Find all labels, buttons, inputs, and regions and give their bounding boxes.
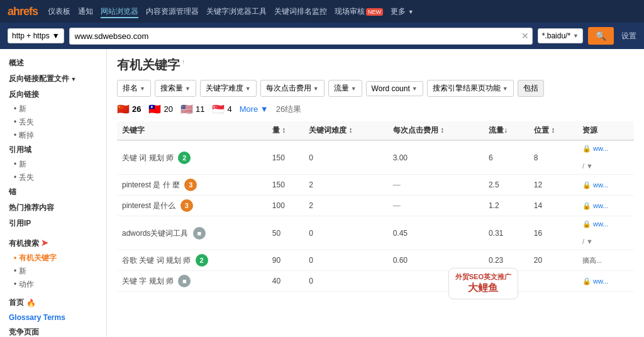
filter-cpc[interactable]: 每次点击费用 ▼ <box>260 80 325 97</box>
position-cell <box>529 271 577 292</box>
col-position[interactable]: 位置 ↕ <box>529 121 577 140</box>
sidebar-item-popular-content[interactable]: 热门推荐内容 <box>0 200 106 216</box>
keyword-cell[interactable]: pinterest 是 什 麼 3 <box>117 175 267 196</box>
wildcard-select[interactable]: *.baidu/* ▼ <box>538 28 583 43</box>
nav-item-content[interactable]: 内容资源管理器 <box>146 6 199 17</box>
sidebar-item-organic-search[interactable]: 有机搜索 ➤ <box>0 235 106 251</box>
sidebar-item-backlinks-new[interactable]: 新 <box>0 102 106 116</box>
logo[interactable]: ahrefs <box>8 5 38 18</box>
keyword-cell[interactable]: 关键 词 规划 师 2 <box>117 140 267 175</box>
search-button[interactable]: 🔍 <box>588 27 614 45</box>
sidebar-item-anchor[interactable]: 锚 <box>0 184 106 200</box>
nav-item-site-audit[interactable]: 现场审核NEW <box>335 6 383 17</box>
new-badge: NEW <box>366 8 383 16</box>
page-title: 有机关键字 ↑ <box>117 57 634 74</box>
flag-sg[interactable]: 🇸🇬 4 <box>212 103 231 115</box>
resource-cell: 🔒 ww... <box>577 271 634 292</box>
table-row: pinterest 是什么 3 100 2 — 1.2 14 🔒 ww... <box>117 196 634 216</box>
filter-rank[interactable]: 排名 ▼ <box>117 80 151 97</box>
volume-cell: 100 <box>267 196 304 216</box>
sidebar-item-ref-lost[interactable]: 丢失 <box>0 171 106 184</box>
col-volume[interactable]: 量 ↕ <box>267 121 304 140</box>
sidebar: 概述 反向链接配置文件 反向链接 新 丢失 断掉 引用域 新 丢失 锚 热门推荐… <box>0 49 107 337</box>
tw-count: 20 <box>164 104 172 114</box>
lock-icon[interactable]: 🔒 ww... <box>582 277 629 285</box>
filter-word-count[interactable]: Word count ▼ <box>366 81 423 96</box>
nav-item-keywords[interactable]: 关键字浏览器工具 <box>206 6 267 17</box>
col-cpc[interactable]: 每次点击费用 ↕ <box>388 121 484 140</box>
kd-cell: 0 <box>304 271 387 292</box>
filter-include[interactable]: 包括 <box>518 80 544 97</box>
sidebar-item-ref-domains[interactable]: 引用域 <box>0 142 106 158</box>
cpc-cell: — <box>388 196 484 216</box>
volume-cell: 90 <box>267 250 304 271</box>
sidebar-item-backlinks[interactable]: 反向链接 <box>0 87 106 102</box>
lock-icon[interactable]: 🔒 ww... <box>582 220 629 228</box>
position-cell: 20 <box>529 250 577 271</box>
diff-badge: ■ <box>193 227 206 240</box>
nav-item-site-explorer[interactable]: 网站浏览器 <box>101 6 138 17</box>
nav-item-more[interactable]: 更多 ▼ <box>391 6 414 17</box>
filter-kd[interactable]: 关键字难度 ▼ <box>200 80 257 97</box>
col-traffic[interactable]: 流量↓ <box>484 121 529 140</box>
keyword-cell[interactable]: pinterest 是什么 3 <box>117 196 267 216</box>
sidebar-item-organic-new[interactable]: 新 <box>0 265 106 278</box>
sidebar-item-backlinks-lost[interactable]: 丢失 <box>0 116 106 129</box>
sidebar-item-homepage[interactable]: 首页 🔥 <box>0 295 106 311</box>
table-row: 关键 字 规划 师 ■ 40 0 🔒 ww... <box>117 271 634 292</box>
position-cell: 14 <box>529 196 577 216</box>
volume-cell: 40 <box>267 271 304 292</box>
filter-volume[interactable]: 搜索量 ▼ <box>155 80 196 97</box>
table-body: 关键 词 规划 师 2 150 0 3.00 6 8 🔒 ww.../ ▼ pi… <box>117 140 634 292</box>
clear-icon[interactable]: ✕ <box>521 31 529 41</box>
protocol-select[interactable]: http + https ▼ <box>8 28 64 43</box>
kd-cell: 0 <box>304 216 387 250</box>
url-input[interactable] <box>69 28 533 45</box>
more-flags-button[interactable]: More ▼ <box>240 104 269 114</box>
lock-icon[interactable]: 🔒 ww... <box>582 202 629 210</box>
volume-chevron-icon: ▼ <box>185 86 191 92</box>
traffic-cell: 6 <box>484 140 529 175</box>
keyword-cell[interactable]: adwords关键词工具 ■ <box>117 216 267 250</box>
filter-serp-features[interactable]: 搜索引擎结果页功能 ▼ <box>427 80 514 97</box>
sidebar-item-overview[interactable]: 概述 <box>0 55 106 71</box>
cn-count: 26 <box>132 104 141 114</box>
sidebar-item-ref-new[interactable]: 新 <box>0 158 106 171</box>
sidebar-item-glossary[interactable]: Glossary Terms <box>0 311 106 324</box>
sidebar-item-ref-ip[interactable]: 引用IP <box>0 216 106 231</box>
cpc-cell <box>388 271 484 292</box>
nav-item-dashboard[interactable]: 仪表板 <box>48 6 70 17</box>
lock-icon[interactable]: 🔒 ww... <box>582 145 629 153</box>
sidebar-item-organic-actions[interactable]: 动作 <box>0 278 106 291</box>
kd-cell: 0 <box>304 140 387 175</box>
table-row: adwords关键词工具 ■ 50 0 0.45 0.31 16 🔒 ww...… <box>117 216 634 250</box>
sidebar-item-organic-keywords[interactable]: 有机关键字 <box>0 251 106 265</box>
sidebar-item-backlinks-profile[interactable]: 反向链接配置文件 <box>0 71 106 87</box>
flag-us[interactable]: 🇺🇸 11 <box>180 103 204 115</box>
lock-icon[interactable]: 🔒 ww... <box>582 181 629 189</box>
resource-cell: 🔒 ww... <box>577 175 634 196</box>
volume-cell: 50 <box>267 216 304 250</box>
kd-cell: 0 <box>304 250 387 271</box>
keyword-cell[interactable]: 关键 字 规划 师 ■ <box>117 271 267 292</box>
nav-item-notify[interactable]: 通知 <box>78 6 93 17</box>
kd-cell: 2 <box>304 175 387 196</box>
traffic-cell: 0.23 <box>484 250 529 271</box>
flag-tw[interactable]: 🇹🇼 20 <box>148 103 172 115</box>
keyword-cell[interactable]: 谷歌 关键 词 规划 师 2 <box>117 250 267 271</box>
sidebar-item-backlinks-broken[interactable]: 断掉 <box>0 129 106 142</box>
sidebar-item-competition[interactable]: 竞争页面 <box>0 324 106 337</box>
flags-row: 🇨🇳 26 🇹🇼 20 🇺🇸 11 🇸🇬 4 More ▼ 26结果 <box>117 103 634 115</box>
cpc-cell: 0.60 <box>388 250 484 271</box>
col-kd[interactable]: 关键词难度 ↕ <box>304 121 387 140</box>
volume-cell: 150 <box>267 175 304 196</box>
resource-cell: 摘高... <box>577 250 634 271</box>
results-count: 26结果 <box>276 104 301 115</box>
flag-cn[interactable]: 🇨🇳 26 <box>117 103 141 115</box>
search-bar: http + https ▼ ✕ *.baidu/* ▼ 🔍 设置 <box>0 23 644 49</box>
settings-button[interactable]: 设置 <box>621 31 636 41</box>
cpc-cell: — <box>388 175 484 196</box>
col-resource: 资源 <box>577 121 634 140</box>
filter-traffic[interactable]: 流量 ▼ <box>328 80 362 97</box>
nav-item-rank-monitor[interactable]: 关键词排名监控 <box>274 6 327 17</box>
